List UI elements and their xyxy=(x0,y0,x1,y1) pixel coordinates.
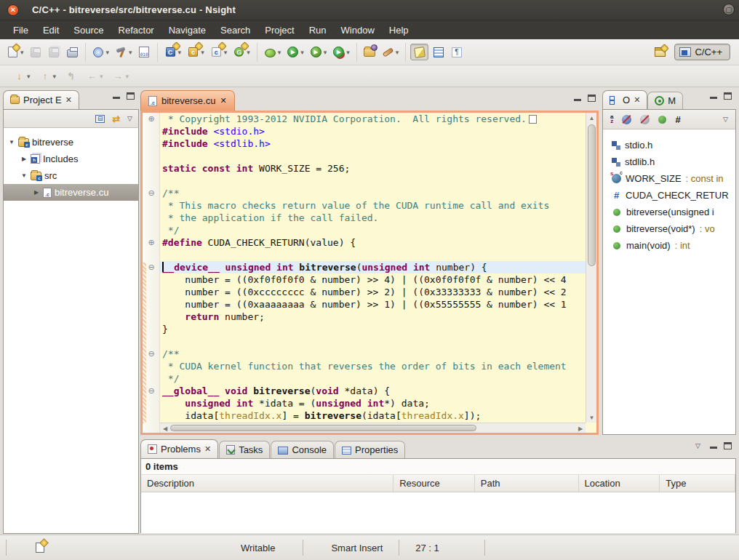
outline-item-stdlib-h[interactable]: stdlib.h xyxy=(603,153,735,170)
code-line[interactable]: } xyxy=(160,323,586,335)
code-line[interactable]: number = ((0xf0f0f0f0 & number) >> 4) | … xyxy=(160,273,586,286)
fast-view-icon[interactable] xyxy=(36,543,44,553)
tab-properties[interactable]: Properties xyxy=(335,441,405,458)
outline-item-cuda-check-retur[interactable]: #CUDA_CHECK_RETUR xyxy=(603,187,735,204)
code-line[interactable]: * Copyright 1993-2012 NVIDIA Corporation… xyxy=(160,113,586,125)
code-line[interactable]: /** xyxy=(160,348,586,360)
previous-annotation-button[interactable]: ↑▾ xyxy=(37,68,59,84)
last-edit-location-button[interactable]: ↰ xyxy=(63,68,79,84)
save-all-button[interactable] xyxy=(46,44,63,60)
outline-item-work-size[interactable]: scWORK_SIZE : const in xyxy=(603,170,735,187)
hide-static-members-icon[interactable] xyxy=(640,115,650,124)
code-line[interactable]: return number; xyxy=(160,311,586,323)
code-line[interactable]: * This macro checks return value of the … xyxy=(160,199,586,212)
scroll-up-icon[interactable]: ▲ xyxy=(586,113,597,123)
maximize-view-icon[interactable] xyxy=(724,442,732,449)
menu-window[interactable]: Window xyxy=(334,23,382,38)
maximize-view-icon[interactable] xyxy=(127,92,135,100)
hide-non-public-icon[interactable] xyxy=(658,116,666,124)
column-header-type[interactable]: Type xyxy=(660,475,735,492)
code-line[interactable] xyxy=(160,150,586,162)
vertical-scrollbar[interactable]: ▲ ▼ xyxy=(586,113,596,423)
code-line[interactable]: */ xyxy=(160,372,586,385)
code-line[interactable]: #include <stdio.h> xyxy=(160,125,586,137)
tree-item-bitreverse[interactable]: ▼cbitreverse xyxy=(4,134,138,151)
menu-search[interactable]: Search xyxy=(213,23,257,38)
binary-file-button[interactable]: 010 xyxy=(136,44,153,60)
column-header-path[interactable]: Path xyxy=(475,475,579,492)
tree-item-src[interactable]: ▼csrc xyxy=(4,167,138,184)
menu-source[interactable]: Source xyxy=(66,23,111,38)
new-wizard-button[interactable]: ▾ xyxy=(4,44,26,60)
code-line[interactable]: #define CUDA_CHECK_RETURN(value) { xyxy=(160,236,586,249)
code-line[interactable]: __global__ void bitreverse(void *data) { xyxy=(160,385,586,397)
column-header-resource[interactable]: Resource xyxy=(394,475,475,492)
skip-breakpoints-button[interactable]: ▾ xyxy=(90,44,112,60)
outline-item-stdio-h[interactable]: stdio.h xyxy=(603,137,735,153)
tab-make-target[interactable]: M xyxy=(647,92,683,109)
profile-button[interactable]: ▶▾ xyxy=(330,44,352,60)
vertical-scroll-thumb[interactable] xyxy=(588,124,596,266)
menu-file[interactable]: File xyxy=(6,23,36,38)
perspective-cpp-button[interactable]: C/C++ xyxy=(674,44,730,60)
code-line[interactable]: #include <stdlib.h> xyxy=(160,137,586,150)
generate-button[interactable]: G▾ xyxy=(231,44,252,60)
outline-item-bitreverse-void-[interactable]: bitreverse(void*) : vo xyxy=(603,220,735,237)
maximize-editor-icon[interactable] xyxy=(588,95,596,102)
code-line[interactable] xyxy=(160,335,586,348)
code-line[interactable] xyxy=(160,249,586,261)
tab-console[interactable]: Console xyxy=(271,441,334,458)
column-header-description[interactable]: Description xyxy=(141,475,394,492)
back-button[interactable]: ←▾ xyxy=(84,68,105,84)
tab-bitreverse-cu[interactable]: .c bitreverse.cu ✕ xyxy=(140,90,235,111)
window-maximize-button[interactable]: ▢ xyxy=(723,4,735,15)
fold-collapse-icon[interactable]: ⊖ xyxy=(143,385,160,397)
expand-arrow-icon[interactable]: ▶ xyxy=(33,189,40,196)
build-button[interactable]: ▾ xyxy=(113,44,135,60)
scroll-down-icon[interactable]: ▼ xyxy=(586,412,597,423)
horizontal-scroll-thumb[interactable] xyxy=(170,425,476,431)
fold-collapse-icon[interactable]: ⊖ xyxy=(143,187,160,199)
code-line[interactable]: * CUDA kernel function that reverses the… xyxy=(160,360,586,372)
tree-item-bitreverse-cu[interactable]: ▶.cbitreverse.cu xyxy=(4,184,138,201)
link-with-editor-icon[interactable]: ⇄ xyxy=(112,113,120,124)
code-editor[interactable]: ⊕⊖⊕⊖⊖⊖ * Copyright 1993-2012 NVIDIA Corp… xyxy=(140,111,599,435)
new-c-project-button[interactable]: C▾ xyxy=(162,44,184,60)
print-button[interactable] xyxy=(64,44,81,60)
menu-refactor[interactable]: Refactor xyxy=(111,23,161,38)
code-line[interactable]: number = ((0xcccccccc & number) >> 2) | … xyxy=(160,286,586,298)
collapse-arrow-icon[interactable]: ▼ xyxy=(20,172,28,179)
mark-occurrences-button[interactable]: ▾ xyxy=(380,44,402,60)
expand-arrow-icon[interactable]: ▶ xyxy=(20,156,28,162)
fold-expand-icon[interactable]: ⊕ xyxy=(143,236,160,249)
forward-button[interactable]: →▾ xyxy=(110,68,132,84)
fold-collapse-icon[interactable]: ⊖ xyxy=(143,261,160,273)
tab-project-explorer[interactable]: Project E ✕ xyxy=(3,90,79,109)
open-element-button[interactable] xyxy=(361,44,378,60)
menu-navigate[interactable]: Navigate xyxy=(161,23,213,38)
scroll-right-icon[interactable]: ▶ xyxy=(575,423,586,433)
maximize-view-icon[interactable] xyxy=(724,92,732,100)
hide-fields-icon[interactable] xyxy=(622,115,631,124)
open-perspective-button[interactable] xyxy=(652,44,668,60)
view-menu-icon[interactable]: ▽ xyxy=(695,442,700,449)
code-line[interactable]: static const int WORK_SIZE = 256; xyxy=(160,162,586,175)
menu-help[interactable]: Help xyxy=(382,23,416,38)
view-menu-icon[interactable]: ▽ xyxy=(127,115,132,122)
show-whitespace-button[interactable]: ¶ xyxy=(448,44,465,60)
save-button[interactable] xyxy=(28,44,44,60)
collapse-arrow-icon[interactable]: ▼ xyxy=(8,139,15,145)
next-annotation-button[interactable]: ↓▾ xyxy=(11,68,33,84)
code-line[interactable]: */ xyxy=(160,224,586,236)
code-text[interactable]: * Copyright 1993-2012 NVIDIA Corporation… xyxy=(160,113,586,423)
run-button[interactable]: ▶▾ xyxy=(284,44,306,60)
window-close-button[interactable]: ✕ xyxy=(7,4,19,16)
block-selection-button[interactable] xyxy=(430,44,447,60)
tab-outline[interactable]: O ✕ xyxy=(602,90,647,109)
new-cpp-project-button[interactable]: c▾ xyxy=(185,44,207,60)
close-icon[interactable]: ✕ xyxy=(204,444,211,454)
close-icon[interactable]: ✕ xyxy=(65,95,72,105)
outline-item-main-void-[interactable]: main(void) : int xyxy=(603,237,735,254)
menu-run[interactable]: Run xyxy=(302,23,334,38)
sort-icon[interactable]: az xyxy=(610,115,613,124)
